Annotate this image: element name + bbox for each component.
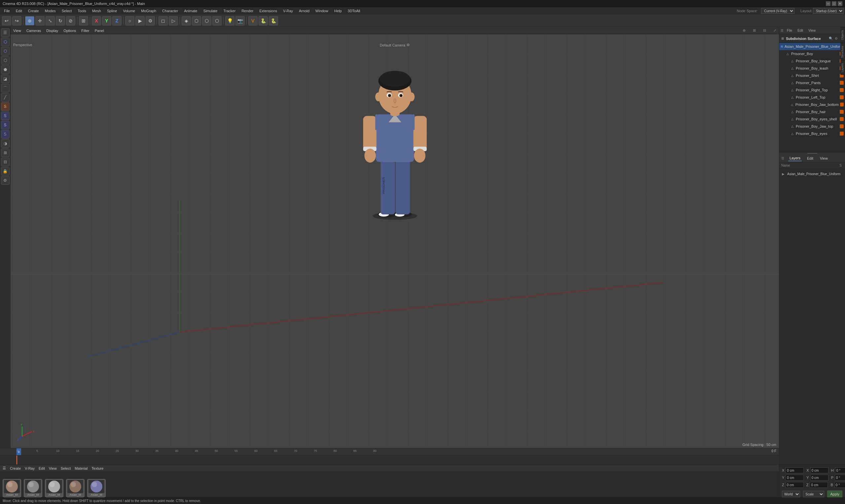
layer-item[interactable]: ▶ Asian_Male_Prisoner_Blue_Uniform xyxy=(781,170,844,178)
camera-button[interactable]: 📷 xyxy=(236,16,245,25)
new-scene-tool[interactable]: ☰ xyxy=(1,29,10,37)
coord-p-input[interactable] xyxy=(835,475,845,481)
script1-button[interactable]: 🐍 xyxy=(259,16,268,25)
material-thumbnail[interactable]: Asian_M xyxy=(87,479,106,498)
generator-tool[interactable]: ⬡ xyxy=(1,38,10,46)
move-tool[interactable]: ✛ xyxy=(35,16,45,25)
coord-x-pos-input[interactable] xyxy=(786,467,804,473)
perspective-button[interactable]: ◻ xyxy=(158,16,168,25)
material-tool[interactable]: ◈ xyxy=(182,16,191,25)
material-edit-menu[interactable]: Edit xyxy=(39,466,45,470)
y-axis-constraint[interactable]: Y xyxy=(102,16,111,25)
viewport-menu-display[interactable]: Display xyxy=(46,29,58,33)
menu-tracker[interactable]: Tracker xyxy=(221,8,238,14)
shader-tool3[interactable]: S xyxy=(1,130,10,139)
layers-vtab[interactable]: Layers xyxy=(840,60,845,75)
object-list-item[interactable]: △Prisoner_Shirt xyxy=(779,72,845,79)
menu-extensions[interactable]: Extensions xyxy=(257,8,280,14)
coord-system-select[interactable]: World Local Object xyxy=(782,491,800,498)
menu-mesh[interactable]: Mesh xyxy=(89,8,104,14)
layers-tab-edit[interactable]: Edit xyxy=(806,156,815,161)
z-axis-constraint[interactable]: Z xyxy=(112,16,122,25)
menu-volume[interactable]: Volume xyxy=(121,8,138,14)
node-space-select[interactable]: Current (V-Ray) xyxy=(761,8,794,14)
material-material-menu[interactable]: Material xyxy=(75,466,87,470)
transform-mode-select[interactable]: Scale Position Rotation xyxy=(803,491,824,498)
material-view-menu[interactable]: View xyxy=(49,466,57,470)
spline-tool[interactable]: S xyxy=(1,102,10,111)
viewport-maximize[interactable]: ⤢ xyxy=(773,29,776,33)
scale-tool[interactable]: ⤡ xyxy=(46,16,55,25)
viewport-control3[interactable]: ⊟ xyxy=(763,29,766,33)
render-settings-button[interactable]: ⚙ xyxy=(145,16,155,25)
menu-render[interactable]: Render xyxy=(239,8,256,14)
objects-view-menu[interactable]: View xyxy=(806,28,817,33)
menu-animate[interactable]: Animate xyxy=(181,8,200,14)
viewport-menu-view[interactable]: View xyxy=(13,29,21,33)
object-list-item[interactable]: △Prisoner_Boy_eyes_shell xyxy=(779,115,845,123)
brush-tool[interactable]: ⌒ xyxy=(1,84,10,92)
material-texture-menu[interactable]: Texture xyxy=(91,466,103,470)
coord-y-pos-input[interactable] xyxy=(786,475,804,481)
object-list-item[interactable]: △Prisoner_Boy xyxy=(779,50,845,57)
timeline-cursor[interactable] xyxy=(17,455,17,465)
x-axis-constraint[interactable]: X xyxy=(92,16,101,25)
light-button[interactable]: 💡 xyxy=(225,16,235,25)
object-list-item[interactable]: △Prisoner_Boy_leash xyxy=(779,65,845,72)
grid-tool[interactable]: ⊞ xyxy=(1,148,10,157)
lock-tool[interactable]: 🔒 xyxy=(1,167,10,176)
menu-arnold[interactable]: Arnold xyxy=(296,8,312,14)
menu-select[interactable]: Select xyxy=(59,8,75,14)
material-select-menu[interactable]: Select xyxy=(61,466,71,470)
menu-vray[interactable]: V-Ray xyxy=(280,8,295,14)
objects-settings-icon[interactable]: ⚙ xyxy=(835,37,838,40)
timeline-ruler[interactable]: 0 051015202530354045505560657075808590 0… xyxy=(0,448,779,455)
undo-button[interactable]: ↩ xyxy=(2,16,11,25)
material-thumbnail[interactable]: Asian_M xyxy=(3,479,21,498)
menu-character[interactable]: Character xyxy=(159,8,180,14)
object-list-item[interactable]: ⊞Asian_Male_Prisoner_Blue_Uniform xyxy=(779,43,845,50)
material-thumbnail[interactable]: Asian_M xyxy=(66,479,85,498)
top-view-button[interactable]: ▷ xyxy=(169,16,178,25)
modeling-tool3[interactable]: ◪ xyxy=(1,74,10,83)
viewport-control1[interactable]: ⊕ xyxy=(743,29,746,33)
layers-menu-icon[interactable]: ☰ xyxy=(781,156,784,160)
layers-tab-view[interactable]: View xyxy=(818,156,829,161)
maximize-button[interactable]: □ xyxy=(832,1,837,6)
menu-3dtoall[interactable]: 3DToAll xyxy=(345,8,363,14)
menu-mograph[interactable]: MoGraph xyxy=(138,8,159,14)
viewport-content[interactable]: Perspective Default Camera ⚙ PRISONER xyxy=(11,34,779,448)
menu-help[interactable]: Help xyxy=(331,8,344,14)
objects-list[interactable]: ⊞Asian_Male_Prisoner_Blue_Uniform△Prison… xyxy=(779,43,845,152)
close-button[interactable]: ✕ xyxy=(838,1,842,6)
viewport[interactable]: View Cameras Display Options Filter Pane… xyxy=(11,27,779,448)
menu-spline[interactable]: Spline xyxy=(104,8,120,14)
material-create-menu[interactable]: Create xyxy=(10,466,21,470)
viewport-menu-options[interactable]: Options xyxy=(64,29,76,33)
modeling-tool1[interactable]: ⬡ xyxy=(1,56,10,65)
reset-tool[interactable]: ⊘ xyxy=(66,16,75,25)
object-list-item[interactable]: △Prisoner_Boy_eyes xyxy=(779,130,845,137)
viewport-menu-cameras[interactable]: Cameras xyxy=(27,29,41,33)
layout-select[interactable]: Startup (User) xyxy=(813,8,844,14)
menu-create[interactable]: Create xyxy=(25,8,41,14)
paint-tool-side[interactable]: ◑ xyxy=(1,139,10,148)
rotate-tool[interactable]: ↻ xyxy=(56,16,65,25)
layers-tab-layers[interactable]: Layers xyxy=(788,155,802,161)
material-menu-icon[interactable]: ☰ xyxy=(3,466,6,470)
material-vray-menu[interactable]: V-Ray xyxy=(25,466,35,470)
apply-button[interactable]: Apply xyxy=(827,490,842,498)
coord-y-rot-input[interactable] xyxy=(810,475,828,481)
menu-simulate[interactable]: Simulate xyxy=(201,8,220,14)
timeline-tracks[interactable] xyxy=(0,455,779,465)
menu-window[interactable]: Window xyxy=(313,8,331,14)
grid2-tool[interactable]: ⊟ xyxy=(1,158,10,166)
add-object-button[interactable]: ⊞ xyxy=(79,16,88,25)
object-list-item[interactable]: △Prisoner_Boy_tongue xyxy=(779,57,845,65)
coord-z-rot-input[interactable] xyxy=(810,482,828,488)
shader-tool1[interactable]: S xyxy=(1,111,10,120)
structure-vtab[interactable]: Structure xyxy=(840,43,845,61)
script2-button[interactable]: 🐍 xyxy=(269,16,278,25)
coord-z-pos-input[interactable] xyxy=(786,482,804,488)
object-list-item[interactable]: △Prisoner_Boy_hair xyxy=(779,108,845,115)
